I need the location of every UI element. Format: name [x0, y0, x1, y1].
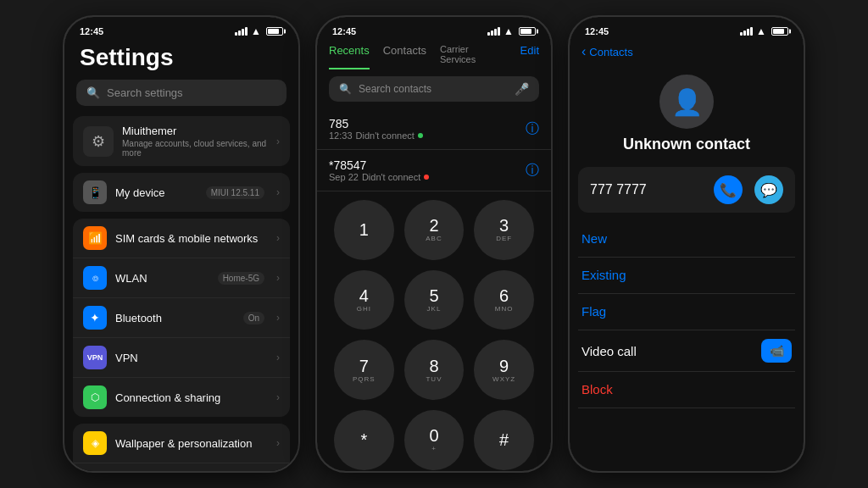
recent-call-78547: *78547 Sep 22 Didn't connect ⓘ	[317, 150, 551, 191]
vpn-item[interactable]: VPN VPN ›	[73, 338, 290, 378]
dot-red-icon	[424, 175, 429, 180]
always-on-item[interactable]: ☀ Always-on display & Lock screen ›	[73, 463, 290, 471]
new-option[interactable]: New	[578, 221, 795, 258]
bluetooth-icon: ✦	[83, 306, 107, 330]
my-device-section: 📱 My device MIUI 12.5.11 ›	[73, 173, 290, 212]
key-8[interactable]: 8TUV	[404, 340, 465, 400]
info-btn-78547[interactable]: ⓘ	[526, 162, 539, 180]
video-call-option[interactable]: Video call 📹	[578, 330, 795, 372]
info-btn-785[interactable]: ⓘ	[526, 120, 539, 138]
chevron-bt-icon: ›	[276, 312, 280, 324]
connection-sharing-item[interactable]: ⬡ Connection & sharing ›	[73, 378, 290, 417]
key-6[interactable]: 6MNO	[474, 270, 534, 330]
key-0[interactable]: 0+	[404, 410, 465, 470]
existing-option[interactable]: Existing	[578, 258, 795, 294]
miuithemer-title: Miuithemer	[122, 125, 268, 137]
battery-dialer-icon	[519, 27, 536, 36]
status-icons-contact: ▲	[740, 25, 788, 37]
back-chevron-icon: ‹	[581, 44, 586, 59]
miuithemer-section[interactable]: ⚙ Miuithemer Manage accounts, cloud serv…	[73, 116, 290, 166]
status-icons-dialer: ▲	[487, 25, 536, 37]
wlan-item[interactable]: ⌾ WLAN Home-5G ›	[73, 258, 290, 298]
key-hash[interactable]: #	[474, 410, 534, 470]
call-action-btn[interactable]: 📞	[714, 175, 743, 204]
contact-number-row: 777 7777 📞 💬	[578, 167, 795, 213]
connection-icon: ⬡	[83, 385, 107, 409]
bluetooth-badge: On	[243, 312, 264, 324]
tab-contacts[interactable]: Contacts	[383, 44, 426, 69]
key-9[interactable]: 9WXYZ	[474, 340, 534, 400]
search-dialer-icon: 🔍	[339, 83, 352, 95]
device-icon: 📱	[83, 180, 107, 204]
message-action-btn[interactable]: 💬	[754, 175, 783, 204]
status-icons-settings: ▲	[235, 25, 283, 37]
wallpaper-icon: ◈	[83, 431, 107, 455]
block-option[interactable]: Block	[578, 372, 795, 408]
chevron-device-icon: ›	[276, 186, 280, 198]
connection-label: Connection & sharing	[115, 391, 268, 404]
my-device-label: My device	[115, 186, 198, 199]
key-5[interactable]: 5JKL	[404, 270, 465, 330]
chevron-icon: ›	[276, 136, 280, 147]
flag-option[interactable]: Flag	[578, 294, 795, 330]
wlan-badge: Home-5G	[218, 272, 264, 285]
vpn-label: VPN	[115, 352, 268, 364]
bluetooth-item[interactable]: ✦ Bluetooth On ›	[73, 298, 290, 338]
chevron-wlan-icon: ›	[276, 272, 280, 284]
call-time-785: 12:33	[329, 130, 353, 141]
dialer-search-bar[interactable]: 🔍 Search contacts 🎤	[329, 76, 539, 102]
key-star[interactable]: *	[334, 410, 394, 470]
personalization-section: ◈ Wallpaper & personalization › ☀ Always…	[73, 424, 290, 471]
contact-avatar: 👤	[659, 75, 714, 129]
tab-recents[interactable]: Recents	[329, 44, 370, 69]
wallpaper-label: Wallpaper & personalization	[115, 437, 268, 450]
back-label[interactable]: Contacts	[589, 46, 632, 58]
back-navigation: ‹ Contacts	[570, 41, 804, 66]
contact-phone-number: 777 7777	[590, 182, 702, 197]
time-dialer: 12:45	[332, 26, 356, 36]
chevron-connection-icon: ›	[276, 391, 280, 403]
edit-button[interactable]: Edit	[520, 44, 539, 69]
key-2[interactable]: 2ABC	[404, 200, 465, 260]
key-4[interactable]: 4GHI	[334, 270, 394, 330]
search-dialer-placeholder: Search contacts	[359, 83, 431, 95]
vpn-icon: VPN	[83, 346, 107, 369]
status-bar-dialer: 12:45 ▲	[317, 17, 551, 41]
contact-screen: 12:45 ▲ ‹ Contacts	[570, 17, 804, 471]
sim-cards-item[interactable]: 📶 SIM cards & mobile networks ›	[73, 219, 290, 258]
search-placeholder: Search settings	[107, 86, 183, 99]
bluetooth-label: Bluetooth	[115, 312, 235, 324]
call-status-78547: Didn't connect	[362, 172, 420, 182]
phones-container: 12:45 ▲ Settings	[63, 15, 805, 473]
recent-call-785: 785 12:33 Didn't connect ⓘ	[317, 108, 551, 150]
call-number-78547: *78547	[329, 158, 526, 172]
chevron-wallpaper-icon: ›	[276, 437, 280, 449]
my-device-item[interactable]: 📱 My device MIUI 12.5.11 ›	[73, 173, 290, 212]
phone-settings: 12:45 ▲ Settings	[63, 15, 300, 473]
block-label: Block	[581, 382, 613, 396]
sim-icon: 📶	[83, 226, 107, 250]
key-3[interactable]: 3DEF	[474, 200, 534, 260]
search-settings-bar[interactable]: 🔍 Search settings	[76, 80, 287, 106]
video-call-btn[interactable]: 📹	[761, 339, 792, 363]
key-7[interactable]: 7PQRS	[334, 340, 394, 400]
new-label: New	[581, 231, 607, 246]
signal-contact-icon	[740, 27, 753, 36]
video-call-label: Video call	[581, 344, 761, 358]
call-number-785: 785	[329, 117, 526, 130]
chevron-sim-icon: ›	[276, 232, 280, 244]
wallpaper-item[interactable]: ◈ Wallpaper & personalization ›	[73, 424, 290, 463]
page-title: Settings	[64, 41, 298, 80]
tab-carrier[interactable]: Carrier Services	[440, 44, 507, 69]
time-settings: 12:45	[80, 26, 103, 36]
miuithemer-icon: ⚙	[83, 126, 114, 157]
key-1[interactable]: 1	[334, 200, 394, 260]
wlan-icon: ⌾	[83, 266, 107, 290]
settings-screen: 12:45 ▲ Settings	[64, 17, 298, 471]
settings-content: Settings 🔍 Search settings ⚙ Miuithemer …	[64, 41, 298, 471]
signal-dialer-icon	[487, 27, 500, 36]
network-settings-section: 📶 SIM cards & mobile networks › ⌾ WLAN H…	[73, 219, 290, 417]
phone-dialer: 12:45 ▲ Recents Contacts	[315, 15, 553, 473]
contact-header: 👤 Unknown contact	[570, 66, 804, 167]
sim-cards-label: SIM cards & mobile networks	[115, 232, 268, 245]
